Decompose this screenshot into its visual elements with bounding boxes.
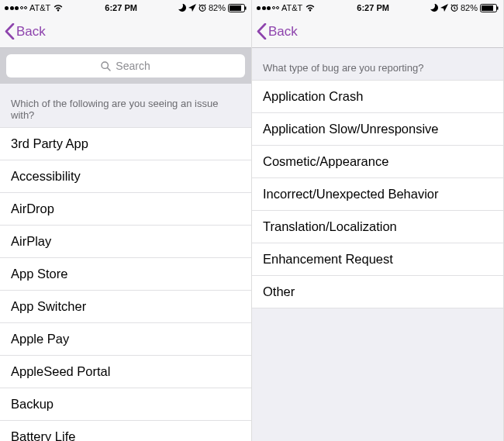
svg-rect-7 — [482, 5, 493, 11]
list-item[interactable]: Incorrect/Unexpected Behavior — [252, 178, 503, 211]
bug-type-list: Application CrashApplication Slow/Unresp… — [252, 80, 503, 308]
back-label: Back — [16, 24, 46, 40]
moon-icon — [178, 4, 186, 12]
phone-left: AT&T 6:27 PM 82% Back — [0, 0, 252, 441]
section-header-right: What type of bug are you reporting? — [252, 48, 503, 80]
battery-icon — [480, 4, 499, 12]
list-item[interactable]: Cosmetic/Appearance — [252, 146, 503, 178]
list-item[interactable]: Application Slow/Unresponsive — [252, 113, 503, 146]
chevron-left-icon — [5, 23, 15, 40]
status-bar: AT&T 6:27 PM 82% — [252, 0, 503, 16]
status-left: AT&T — [257, 3, 316, 12]
status-right: 82% — [430, 3, 499, 12]
svg-rect-2 — [230, 5, 241, 11]
back-label: Back — [268, 24, 298, 40]
list-item[interactable]: App Switcher — [0, 291, 251, 323]
battery-percent: 82% — [461, 3, 478, 12]
signal-dots-icon — [5, 6, 27, 10]
nav-bar: Back — [0, 16, 251, 48]
location-icon — [188, 4, 196, 12]
issue-list: 3rd Party AppAccessibilityAirDropAirPlay… — [0, 127, 251, 441]
list-item[interactable]: AirPlay — [0, 226, 251, 258]
search-placeholder: Search — [116, 60, 150, 72]
phone-right: AT&T 6:27 PM 82% Back — [252, 0, 504, 441]
search-input[interactable]: Search — [6, 54, 245, 78]
location-icon — [440, 4, 448, 12]
battery-icon — [228, 4, 247, 12]
list-item[interactable]: Enhancement Request — [252, 243, 503, 276]
status-left: AT&T — [5, 3, 64, 12]
wifi-icon — [53, 4, 64, 12]
status-right: 82% — [178, 3, 247, 12]
list-item[interactable]: Accessibility — [0, 160, 251, 193]
list-item[interactable]: App Store — [0, 258, 251, 291]
battery-percent: 82% — [209, 3, 226, 12]
list-item[interactable]: Other — [252, 276, 503, 308]
status-time: 6:27 PM — [316, 3, 430, 12]
status-time: 6:27 PM — [64, 3, 178, 12]
empty-space — [252, 308, 503, 441]
chevron-left-icon — [257, 23, 267, 40]
carrier-label: AT&T — [281, 3, 302, 12]
alarm-icon — [450, 4, 458, 12]
search-icon — [101, 61, 111, 71]
list-item[interactable]: Backup — [0, 388, 251, 421]
alarm-icon — [198, 4, 206, 12]
status-bar: AT&T 6:27 PM 82% — [0, 0, 251, 16]
list-item[interactable]: Translation/Localization — [252, 211, 503, 243]
section-header-left: Which of the following are you seeing an… — [0, 84, 251, 127]
list-item[interactable]: AppleSeed Portal — [0, 356, 251, 388]
signal-dots-icon — [257, 6, 279, 10]
svg-rect-3 — [245, 6, 247, 9]
list-item[interactable]: Apple Pay — [0, 323, 251, 356]
svg-rect-8 — [497, 6, 499, 9]
search-bar-container: Search — [0, 48, 251, 84]
list-item[interactable]: 3rd Party App — [0, 127, 251, 160]
wifi-icon — [305, 4, 316, 12]
moon-icon — [430, 4, 438, 12]
back-button[interactable]: Back — [257, 23, 298, 40]
back-button[interactable]: Back — [5, 23, 46, 40]
carrier-label: AT&T — [29, 3, 50, 12]
nav-bar: Back — [252, 16, 503, 48]
list-item[interactable]: AirDrop — [0, 193, 251, 226]
scroll-area-left[interactable]: Which of the following are you seeing an… — [0, 84, 251, 441]
scroll-area-right[interactable]: What type of bug are you reporting? Appl… — [252, 48, 503, 441]
list-item[interactable]: Battery Life — [0, 421, 251, 441]
list-item[interactable]: Application Crash — [252, 80, 503, 113]
